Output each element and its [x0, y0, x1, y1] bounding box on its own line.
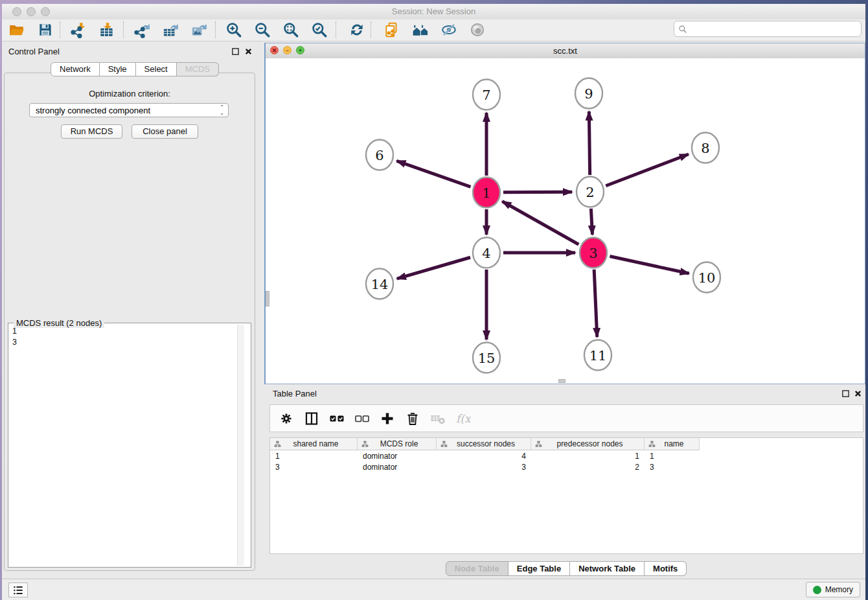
import-table-icon[interactable] [96, 21, 118, 39]
zoom-out-icon[interactable] [251, 21, 273, 39]
svg-text:15: 15 [478, 351, 496, 366]
network-canvas[interactable]: 1234678910111415 [266, 58, 865, 384]
column-header-predecessor-nodes[interactable]: predecessor nodes [531, 438, 645, 450]
table-panel-title: Table Panel [273, 389, 317, 398]
table-cell[interactable]: 4 [437, 451, 531, 462]
control-tab-network[interactable]: Network [51, 62, 100, 76]
optimization-criterion-label: Optimization criterion: [4, 89, 255, 98]
export-table-icon[interactable] [159, 21, 181, 39]
table-cell[interactable]: dominator [358, 462, 437, 473]
graph-node-15[interactable]: 15 [473, 343, 500, 373]
svg-text:1: 1 [482, 185, 490, 201]
window-title: Session: New Session [2, 6, 865, 16]
table-settings-gear-icon[interactable] [278, 410, 295, 427]
table-cell[interactable]: dominator [358, 451, 437, 462]
control-tab-select[interactable]: Select [136, 62, 177, 76]
control-panel-close-icon[interactable] [244, 47, 253, 56]
open-session-icon[interactable] [6, 21, 28, 39]
graph-node-1[interactable]: 1 [473, 178, 500, 208]
select-all-rows-icon[interactable] [328, 410, 345, 427]
svg-text:11: 11 [589, 348, 607, 363]
export-network-icon[interactable] [131, 21, 153, 39]
first-neighbors-icon[interactable] [409, 21, 431, 39]
table-cell[interactable]: 3 [645, 462, 700, 473]
toolbar-group [223, 21, 330, 39]
refresh-icon[interactable] [346, 21, 368, 39]
graph-node-3[interactable]: 3 [580, 238, 607, 268]
zoom-fit-icon[interactable] [280, 21, 302, 39]
column-header-name[interactable]: name [645, 438, 700, 450]
table-cell[interactable]: 1 [531, 451, 645, 462]
close-panel-button[interactable]: Close panel [131, 124, 198, 139]
table-cell[interactable]: 2 [531, 462, 645, 473]
graph-node-11[interactable]: 11 [584, 340, 611, 371]
table-panel-float-icon[interactable] [841, 389, 851, 398]
graph-edge-3-11[interactable] [594, 270, 597, 337]
table-tab-network-table[interactable]: Network Table [570, 561, 645, 576]
search-input[interactable] [690, 23, 861, 36]
table-toolbar: f(x) [269, 404, 863, 432]
toolbar-group [67, 21, 118, 39]
column-header-successor-nodes[interactable]: successor nodes [437, 438, 531, 450]
memory-button[interactable]: Memory [806, 582, 860, 597]
graph-edge-2-9[interactable] [589, 111, 589, 175]
toolbar-group [131, 21, 210, 39]
show-details-icon[interactable] [466, 21, 488, 39]
column-visibility-icon[interactable] [303, 410, 320, 427]
network-hscroll-thumb[interactable] [558, 379, 565, 383]
delete-column-icon[interactable] [404, 410, 421, 427]
graph-edge-1-2[interactable] [503, 192, 572, 192]
network-vscroll-thumb[interactable] [266, 291, 269, 306]
table-tab-motifs[interactable]: Motifs [645, 561, 687, 576]
deselect-all-rows-icon[interactable] [354, 410, 371, 427]
task-history-button[interactable] [8, 583, 28, 597]
graph-node-7[interactable]: 7 [473, 80, 500, 110]
table-cell[interactable]: 1 [270, 451, 358, 462]
function-builder-icon: f(x) [455, 410, 472, 427]
table-cell[interactable]: 3 [270, 462, 358, 473]
control-panel-float-icon[interactable] [231, 47, 240, 56]
svg-text:9: 9 [584, 86, 593, 102]
import-network-icon[interactable] [67, 21, 89, 39]
column-header-MCDS-role[interactable]: MCDS role [358, 438, 437, 450]
table-panel-close-icon[interactable] [854, 389, 863, 398]
zoom-selected-icon[interactable] [308, 21, 330, 39]
graph-edge-2-3[interactable] [591, 209, 592, 235]
graph-node-2[interactable]: 2 [577, 177, 604, 207]
add-column-icon[interactable] [379, 410, 396, 427]
graph-edge-3-10[interactable] [610, 257, 689, 274]
export-image-icon[interactable] [188, 21, 210, 39]
graph-edge-1-6[interactable] [396, 161, 470, 187]
control-tab-mcds[interactable]: MCDS [177, 62, 219, 76]
network-window: ✕ − + scc.txt 1234678910111415 [264, 43, 865, 384]
table-cell[interactable]: 3 [437, 462, 531, 473]
result-scrollbar[interactable] [237, 325, 244, 566]
criterion-dropdown[interactable]: strongly connected component ⌃⌄ [29, 103, 229, 117]
graph-edge-3-1[interactable] [502, 202, 578, 244]
graph-node-10[interactable]: 10 [693, 262, 720, 293]
graph-node-9[interactable]: 9 [575, 78, 602, 109]
toolbar-separator [336, 21, 336, 38]
dropdown-stepper-icon: ⌃⌄ [220, 104, 224, 116]
table-tab-edge-table[interactable]: Edge Table [508, 561, 570, 576]
control-panel-tabs: NetworkStyleSelectMCDS [51, 62, 219, 76]
search-box[interactable] [674, 21, 862, 37]
mcds-result-text[interactable]: 1 3 [12, 326, 17, 347]
graph-node-8[interactable]: 8 [692, 133, 719, 163]
table-tab-node-table[interactable]: Node Table [446, 561, 508, 576]
save-session-icon[interactable] [34, 21, 56, 39]
run-mcds-button[interactable]: Run MCDS [61, 124, 122, 139]
zoom-in-icon[interactable] [223, 21, 245, 39]
control-tab-style[interactable]: Style [100, 62, 136, 76]
column-header-shared-name[interactable]: shared name [270, 438, 358, 450]
graph-node-6[interactable]: 6 [366, 140, 393, 170]
graph-edge-4-14[interactable] [397, 257, 470, 279]
graph-node-14[interactable]: 14 [366, 269, 393, 299]
table-cell[interactable]: 1 [645, 451, 700, 462]
network-window-titlebar: ✕ − + scc.txt [266, 43, 865, 59]
new-network-from-selection-icon[interactable] [381, 21, 403, 39]
tree-icon [535, 441, 542, 448]
hide-details-icon[interactable] [438, 21, 460, 39]
graph-edge-2-8[interactable] [606, 154, 689, 186]
graph-node-4[interactable]: 4 [473, 238, 500, 268]
